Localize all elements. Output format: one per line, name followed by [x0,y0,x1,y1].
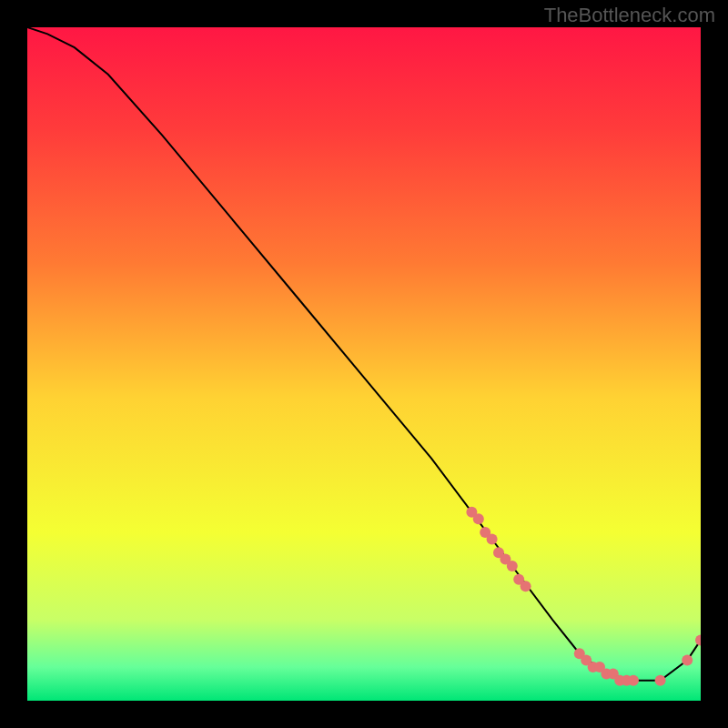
gradient-rect [27,27,701,701]
point-highlight-points-lower [655,675,666,686]
point-highlight-points-upper [473,513,484,524]
point-highlight-points-upper [487,533,498,544]
point-highlight-points-lower [628,675,639,686]
point-highlight-points-upper [507,561,518,571]
point-highlight-points-lower [682,655,693,666]
chart-container: TheBottleneck.com [0,0,728,728]
chart-svg [27,27,701,701]
point-highlight-points-upper [521,581,531,592]
watermark-text: TheBottleneck.com [544,4,715,27]
